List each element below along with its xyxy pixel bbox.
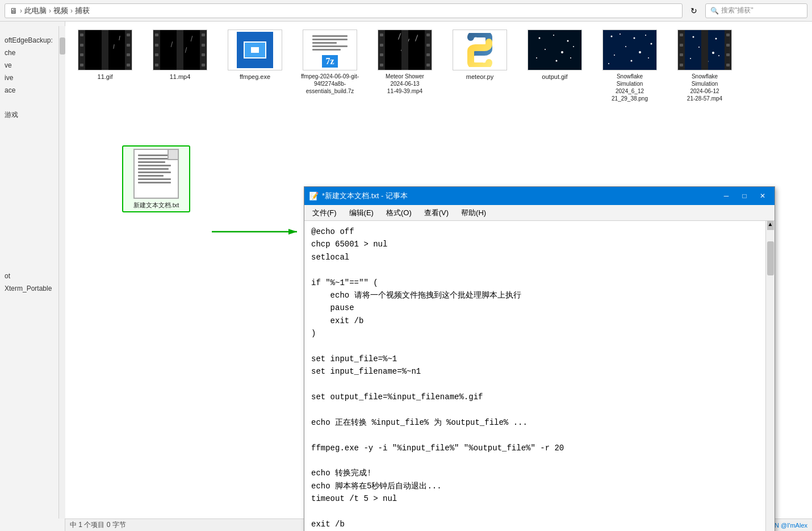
close-button[interactable]: ✕ bbox=[755, 189, 770, 203]
file-label-ffmpeg: ffmpeg.exe bbox=[240, 73, 270, 81]
file-item-ffmpeg[interactable]: ffmpeg.exe bbox=[221, 27, 289, 104]
svg-point-22 bbox=[648, 57, 649, 58]
notepad-titlebar: 📝 *新建文本文档.txt - 记事本 ─ □ ✕ bbox=[304, 187, 775, 205]
file-item-7z[interactable]: 7z ffmpeg-2024-06-09-git-94f2274a8b-esse… bbox=[296, 27, 364, 104]
refresh-button[interactable]: ↻ bbox=[686, 3, 702, 19]
svg-point-30 bbox=[707, 61, 709, 62]
svg-point-29 bbox=[690, 58, 691, 59]
status-left: 中 1 个项目 0 字节 bbox=[70, 520, 126, 530]
file-thumbnail-newtxt bbox=[133, 149, 179, 199]
menu-view[interactable]: 查看(V) bbox=[418, 207, 454, 219]
gif-content bbox=[85, 30, 125, 70]
file-item-snowflake-mp4[interactable]: SnowflakeSimulation2024-06-1221-28-57.mp… bbox=[671, 27, 739, 104]
film-right-snowflake bbox=[725, 30, 731, 70]
sidebar-item-0[interactable] bbox=[0, 26, 65, 34]
search-placeholder: 搜索"捕获" bbox=[721, 6, 754, 15]
svg-point-16 bbox=[645, 35, 646, 36]
menu-format[interactable]: 格式(O) bbox=[380, 207, 417, 219]
notepad-scrollbar[interactable]: ▲ bbox=[765, 221, 775, 531]
menu-help[interactable]: 帮助(H) bbox=[455, 207, 492, 219]
svg-point-31 bbox=[718, 55, 719, 56]
scroll-up-btn[interactable]: ▲ bbox=[767, 221, 774, 230]
notepad-text-area[interactable]: @echo off chcp 65001 > nul setlocal if "… bbox=[304, 221, 765, 531]
file-item-newtxt[interactable]: 新建文本文档.txt bbox=[122, 145, 190, 212]
file-item-meteor-py[interactable]: meteor.py bbox=[446, 27, 514, 104]
film-left-snowflake bbox=[678, 30, 685, 70]
sidebar-item-edge[interactable]: oftEdgeBackup: bbox=[0, 34, 65, 47]
search-bar[interactable]: 🔍 搜索"捕获" bbox=[705, 3, 807, 18]
file-label-outputgif: output.gif bbox=[542, 73, 567, 81]
notepad-content: @echo off chcp 65001 > nul setlocal if "… bbox=[304, 221, 775, 531]
svg-rect-2 bbox=[528, 30, 581, 70]
ffmpeg-icon bbox=[237, 32, 273, 68]
file-area: 11.gif bbox=[65, 22, 812, 531]
file-item-11gif[interactable]: 11.gif bbox=[71, 27, 139, 104]
file-item-11mp4[interactable]: 11.mp4 bbox=[146, 27, 214, 104]
film-right-11mp4 bbox=[200, 30, 207, 70]
file-label-meteor: Meteor Shower2024-06-1311-49-39.mp4 bbox=[386, 73, 424, 95]
svg-rect-12 bbox=[603, 30, 656, 70]
address-bar[interactable]: 🖥 › 此电脑 › 视频 › 捕获 bbox=[5, 3, 683, 18]
file-thumbnail-11gif bbox=[78, 30, 132, 70]
svg-point-0 bbox=[475, 37, 478, 40]
svg-point-6 bbox=[545, 49, 546, 50]
mp4-content bbox=[160, 30, 200, 70]
file-label-11gif: 11.gif bbox=[98, 73, 113, 81]
file-thumbnail-ffmpeg bbox=[228, 30, 282, 70]
svg-point-3 bbox=[539, 37, 541, 39]
minimize-button[interactable]: ─ bbox=[719, 189, 734, 203]
menu-file[interactable]: 文件(F) bbox=[307, 207, 342, 219]
svg-point-19 bbox=[639, 51, 641, 53]
maximize-button[interactable]: □ bbox=[737, 189, 752, 203]
svg-point-15 bbox=[634, 37, 635, 39]
film-left-11mp4 bbox=[153, 30, 160, 70]
file-item-meteor-shower[interactable]: Meteor Shower2024-06-1311-49-39.mp4 bbox=[371, 27, 439, 104]
file-item-snowflake-png[interactable]: SnowflakeSimulation2024_6_1221_29_38.png bbox=[596, 27, 664, 104]
file-thumbnail-snowflake-mp4 bbox=[677, 30, 732, 70]
svg-point-27 bbox=[698, 47, 700, 48]
svg-point-13 bbox=[611, 36, 613, 37]
sidebar-scrollbar[interactable] bbox=[58, 26, 65, 519]
file-label-11mp4: 11.mp4 bbox=[170, 73, 191, 81]
sidebar-item-ot[interactable]: ot bbox=[0, 270, 65, 282]
file-thumbnail-python bbox=[453, 30, 507, 70]
svg-point-4 bbox=[553, 35, 554, 36]
main-container: oftEdgeBackup: che ve ive ace 游戏 ot Xter… bbox=[0, 22, 812, 531]
notepad-window: 📝 *新建文本文档.txt - 记事本 ─ □ ✕ 文件(F) 编辑(E) 格式… bbox=[304, 186, 775, 531]
file-thumbnail-meteor bbox=[378, 30, 432, 70]
film-left-11gif bbox=[78, 30, 85, 70]
7z-content bbox=[310, 33, 350, 53]
sidebar-item-cache[interactable]: che bbox=[0, 47, 65, 59]
address-part-2: 视频 bbox=[53, 6, 68, 16]
files-grid: 11.gif bbox=[71, 27, 806, 104]
menu-edit[interactable]: 编辑(E) bbox=[344, 207, 379, 219]
svg-point-20 bbox=[614, 55, 615, 56]
file-item-outputgif[interactable]: output.gif bbox=[521, 27, 589, 104]
film-right-11gif bbox=[125, 30, 132, 70]
address-separator-3: › bbox=[70, 7, 73, 15]
svg-point-18 bbox=[625, 46, 626, 47]
svg-point-25 bbox=[704, 34, 705, 35]
sidebar-item-ive[interactable]: ive bbox=[0, 72, 65, 84]
notepad-window-icon: 📝 bbox=[309, 191, 319, 200]
notepad-title: *新建文本文档.txt - 记事本 bbox=[322, 191, 715, 201]
sidebar-item-games[interactable]: 游戏 bbox=[0, 108, 65, 122]
svg-point-14 bbox=[620, 34, 621, 35]
scroll-thumb[interactable] bbox=[767, 241, 774, 275]
file-label-snowflakepng: SnowflakeSimulation2024_6_1221_29_38.png bbox=[612, 73, 648, 102]
sidebar-item-xterm[interactable]: Xterm_Portable bbox=[0, 282, 65, 295]
sidebar-item-ace[interactable]: ace bbox=[0, 84, 65, 97]
search-icon: 🔍 bbox=[710, 7, 719, 15]
sidebar-scroll-thumb bbox=[60, 37, 65, 55]
7z-label: 7z bbox=[322, 55, 337, 68]
file-label-snowflakemp4: SnowflakeSimulation2024-06-1221-28-57.mp… bbox=[687, 73, 722, 102]
sidebar-item-ve[interactable]: ve bbox=[0, 59, 65, 72]
file-label-7z: ffmpeg-2024-06-09-git-94f2274a8b-essenti… bbox=[298, 73, 362, 95]
file-thumbnail-7z: 7z bbox=[303, 30, 357, 70]
sidebar: oftEdgeBackup: che ve ive ace 游戏 ot Xter… bbox=[0, 22, 65, 531]
arrow-indicator bbox=[212, 223, 303, 240]
meteor-content bbox=[385, 30, 425, 70]
output-gif-visual bbox=[528, 30, 581, 70]
address-bar-container: 🖥 › 此电脑 › 视频 › 捕获 ↻ 🔍 搜索"捕获" bbox=[0, 0, 812, 22]
address-separator-2: › bbox=[49, 7, 51, 15]
